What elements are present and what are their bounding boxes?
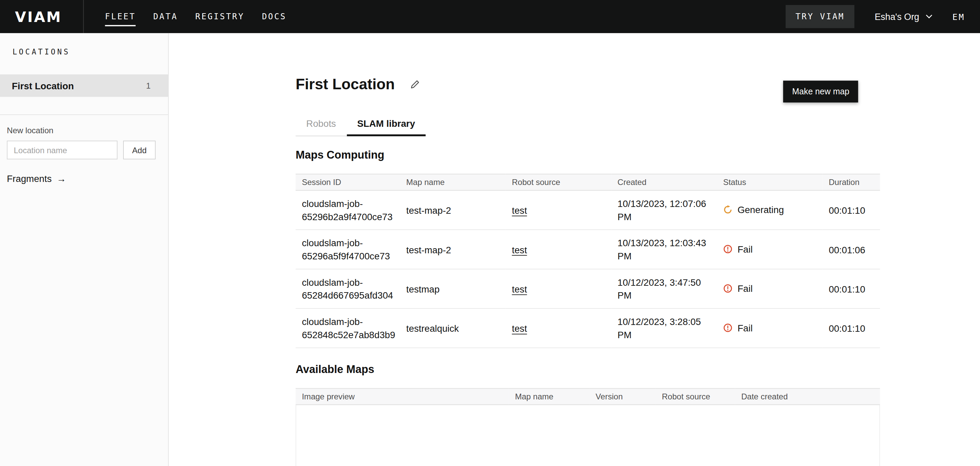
fail-icon <box>723 323 732 332</box>
org-name: Esha's Org <box>875 11 919 22</box>
created-cell: 10/13/2023, 12:03:43 PM <box>611 230 717 269</box>
column-header-status: Status <box>717 174 822 190</box>
topbar-divider <box>83 0 84 33</box>
status-label: Fail <box>738 321 753 334</box>
column-header-image-preview: Image preview <box>296 388 509 405</box>
arrow-right-icon: → <box>57 173 66 184</box>
tab-robots[interactable]: Robots <box>296 114 347 136</box>
nav-fleet[interactable]: FLEET <box>105 7 136 26</box>
location-name: First Location <box>12 80 74 91</box>
edit-icon[interactable] <box>410 80 420 90</box>
session-id-cell: cloudslam-job-65296a5f9f4700ce73 <box>296 230 400 269</box>
org-switcher[interactable]: Esha's Org <box>875 11 932 22</box>
created-cell: 10/12/2023, 3:47:50 PM <box>611 269 717 309</box>
robot-source-link[interactable]: test <box>512 323 527 334</box>
column-header-date-created: Date created <box>735 388 880 405</box>
new-location-form: New location Add <box>0 115 168 159</box>
sidebar-item-first-location[interactable]: First Location 1 <box>0 75 168 97</box>
robot-source-link[interactable]: test <box>512 283 527 294</box>
status-cell: Fail <box>717 230 822 269</box>
app: VIAM FLEET DATA REGISTRY DOCS TRY VIAM E… <box>0 0 980 466</box>
tab-slam-library[interactable]: SLAM library <box>347 114 426 136</box>
table-row: cloudslam-job-652848c52e7ab8d3b9 testrea… <box>296 309 880 348</box>
map-name-cell: testmap <box>400 269 506 309</box>
top-nav: FLEET DATA REGISTRY DOCS <box>105 7 287 26</box>
column-header-robot-source: Robot source <box>656 388 735 405</box>
column-header-map-name: Map name <box>509 388 589 405</box>
status-label: Generating <box>738 203 784 216</box>
duration-cell: 00:01:06 <box>822 230 880 269</box>
topbar-right: TRY VIAM Esha's Org EM <box>786 5 965 28</box>
table-header-row: Session ID Map name Robot source Created… <box>296 174 880 190</box>
page-title: First Location <box>296 76 395 93</box>
column-header-map-name: Map name <box>400 174 506 190</box>
main-content: Make new map First Location Robots SLAM … <box>169 33 980 466</box>
map-name-cell: testrealquick <box>400 309 506 348</box>
available-maps-heading: Available Maps <box>296 363 880 376</box>
session-id-cell: cloudslam-job-65296b2a9f4700ce73 <box>296 190 400 230</box>
content: LOCATIONS First Location 1 New location … <box>0 33 980 466</box>
duration-cell: 00:01:10 <box>822 309 880 348</box>
fail-icon <box>723 244 732 254</box>
sidebar: LOCATIONS First Location 1 New location … <box>0 33 169 466</box>
created-cell: 10/12/2023, 3:28:05 PM <box>611 309 717 348</box>
available-maps-empty-body <box>296 405 880 466</box>
robot-source-link[interactable]: test <box>512 244 527 254</box>
fragments-label: Fragments <box>7 173 52 184</box>
user-menu[interactable]: EM <box>952 11 965 22</box>
column-header-robot-source: Robot source <box>506 174 611 190</box>
session-id-cell: cloudslam-job-65284d667695afd304 <box>296 269 400 309</box>
location-name-input[interactable] <box>7 141 117 159</box>
viam-logo[interactable]: VIAM <box>15 8 62 25</box>
table-row: cloudslam-job-65284d667695afd304 testmap… <box>296 269 880 309</box>
session-id-cell: cloudslam-job-652848c52e7ab8d3b9 <box>296 309 400 348</box>
tab-bar: Robots SLAM library <box>296 114 426 136</box>
maps-computing-table: Session ID Map name Robot source Created… <box>296 174 880 348</box>
created-cell: 10/13/2023, 12:07:06 PM <box>611 190 717 230</box>
robot-source-link[interactable]: test <box>512 205 527 215</box>
available-maps-table: Image preview Map name Version Robot sou… <box>296 388 880 405</box>
status-label: Fail <box>738 282 753 295</box>
new-location-label: New location <box>7 126 161 135</box>
topbar: VIAM FLEET DATA REGISTRY DOCS TRY VIAM E… <box>0 0 980 33</box>
table-header-row: Image preview Map name Version Robot sou… <box>296 388 880 405</box>
fail-icon <box>723 283 732 293</box>
fragments-link[interactable]: Fragments → <box>7 173 66 184</box>
status-cell: Generating <box>717 190 822 230</box>
locations-heading: LOCATIONS <box>0 33 168 56</box>
nav-data[interactable]: DATA <box>153 7 178 26</box>
try-viam-button[interactable]: TRY VIAM <box>786 5 854 28</box>
map-name-cell: test-map-2 <box>400 190 506 230</box>
status-label: Fail <box>738 242 753 255</box>
make-new-map-button[interactable]: Make new map <box>784 81 858 102</box>
nav-docs[interactable]: DOCS <box>262 7 287 26</box>
column-header-version: Version <box>589 388 656 405</box>
column-header-created: Created <box>611 174 717 190</box>
add-location-button[interactable]: Add <box>123 141 156 159</box>
duration-cell: 00:01:10 <box>822 269 880 309</box>
location-count: 1 <box>146 81 151 90</box>
duration-cell: 00:01:10 <box>822 190 880 230</box>
maps-computing-heading: Maps Computing <box>296 149 880 162</box>
column-header-session-id: Session ID <box>296 174 400 190</box>
status-cell: Fail <box>717 309 822 348</box>
generating-icon <box>723 205 732 214</box>
status-cell: Fail <box>717 269 822 309</box>
column-header-duration: Duration <box>822 174 880 190</box>
table-row: cloudslam-job-65296b2a9f4700ce73 test-ma… <box>296 190 880 230</box>
table-row: cloudslam-job-65296a5f9f4700ce73 test-ma… <box>296 230 880 269</box>
map-name-cell: test-map-2 <box>400 230 506 269</box>
nav-registry[interactable]: REGISTRY <box>196 7 245 26</box>
chevron-down-icon <box>926 14 932 19</box>
